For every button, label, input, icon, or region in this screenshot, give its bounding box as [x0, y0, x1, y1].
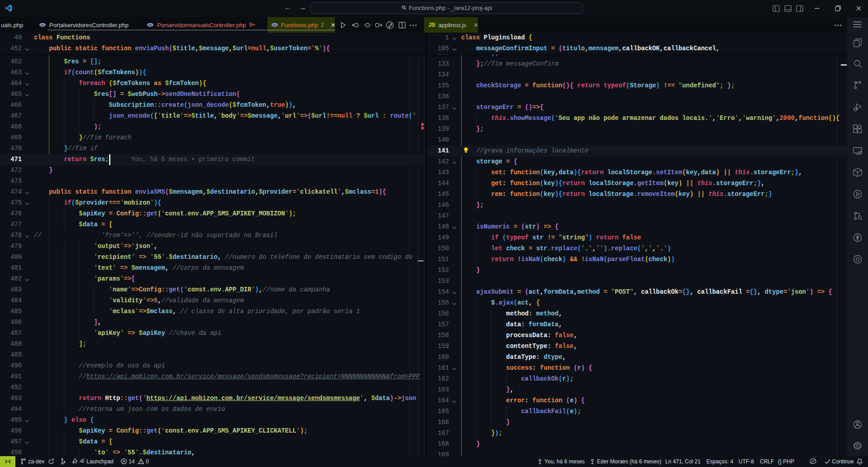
svg-text:php: php [148, 24, 153, 26]
svg-text:php: php [41, 24, 45, 26]
svg-text:php: php [273, 24, 277, 26]
